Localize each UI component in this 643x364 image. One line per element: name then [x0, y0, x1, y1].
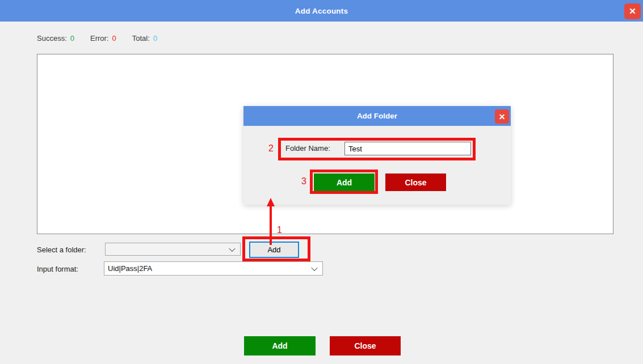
- window-title: Add Accounts: [295, 7, 348, 15]
- close-icon[interactable]: ✕: [624, 3, 641, 19]
- input-format-label: Input format:: [37, 265, 78, 273]
- status-total-label: Total:: [132, 34, 150, 43]
- status-bar: Success: 0 Error: 0 Total: 0: [37, 33, 157, 43]
- status-error-label: Error:: [90, 34, 109, 43]
- titlebar[interactable]: Add Accounts: [0, 0, 643, 22]
- close-window-button[interactable]: Close: [330, 336, 401, 355]
- select-folder-label: Select a folder:: [37, 246, 86, 254]
- chevron-down-icon: [229, 245, 235, 251]
- status-error: Error: 0: [90, 34, 116, 43]
- input-format-value: Uid|Pass|2FA: [108, 264, 152, 273]
- dialog-titlebar[interactable]: Add Folder: [243, 106, 511, 126]
- input-format-select[interactable]: Uid|Pass|2FA: [104, 261, 323, 276]
- chevron-down-icon: [311, 264, 317, 270]
- dialog-add-button[interactable]: Add: [314, 173, 375, 191]
- dialog-close-icon[interactable]: ✕: [495, 109, 509, 124]
- folder-name-label: Folder Name:: [285, 144, 330, 153]
- add-folder-dialog: Add Folder ✕ Folder Name: Add Close: [243, 106, 511, 205]
- add-accounts-window: Add Accounts ✕ Success: 0 Error: 0 Total…: [0, 0, 643, 364]
- status-success-value: 0: [70, 34, 74, 43]
- add-accounts-button[interactable]: Add: [244, 336, 316, 355]
- folder-select[interactable]: [105, 243, 241, 256]
- status-total: Total: 0: [132, 34, 157, 43]
- folder-name-input[interactable]: [344, 142, 471, 155]
- status-success-label: Success:: [37, 34, 67, 43]
- add-folder-button[interactable]: Add: [249, 242, 299, 258]
- dialog-title: Add Folder: [357, 112, 397, 120]
- status-total-value: 0: [153, 34, 157, 43]
- status-success: Success: 0: [37, 34, 74, 43]
- dialog-close-button[interactable]: Close: [385, 173, 446, 191]
- status-error-value: 0: [112, 34, 116, 43]
